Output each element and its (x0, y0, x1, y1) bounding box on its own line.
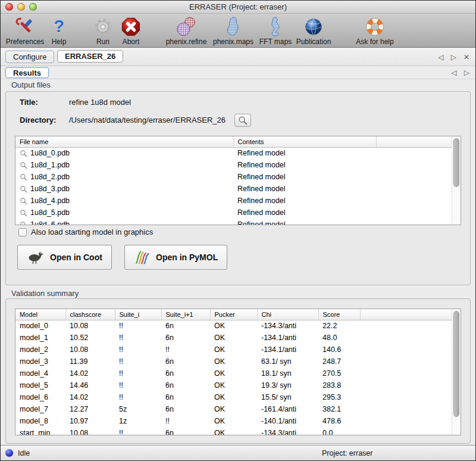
table-row[interactable]: model_010.08!!6nOK-134.3/anti22.2 (15, 320, 461, 332)
checkbox[interactable] (18, 228, 27, 236)
checkbox-label: Also load starting model in graphics (31, 228, 153, 236)
magnifier-icon (238, 116, 248, 125)
tab-configure[interactable]: Configure (5, 51, 54, 63)
arrow-right-icon[interactable]: ▷ (464, 69, 469, 76)
validation-table-scrollbar[interactable] (452, 309, 461, 435)
cell: 48.0 (318, 332, 360, 344)
cell: -134.1/anti (257, 332, 318, 344)
cell-empty (360, 332, 461, 344)
file-row[interactable]: 1u8d_5.pdbRefined model (15, 207, 461, 219)
cell: 10.08 (65, 320, 115, 332)
file-table-scrollbar[interactable] (452, 136, 461, 225)
table-row[interactable]: model_810.971z!!OK-140.1/anti478.6 (15, 415, 461, 427)
column-header-suite-i1[interactable]: Suite_i+1 (161, 309, 210, 320)
arrow-left-icon[interactable]: ◁ (438, 54, 443, 61)
file-row[interactable]: 1u8d_4.pdbRefined model (15, 195, 461, 207)
file-row[interactable]: 1u8d_1.pdbRefined model (15, 159, 461, 171)
cell: 63.1/ syn (257, 356, 318, 367)
file-contents: Refined model (233, 147, 376, 159)
open-in-pymol-button[interactable]: Open in PyMOL (124, 245, 227, 270)
browse-directory-button[interactable] (234, 114, 251, 127)
file-row[interactable]: 1u8d_0.pdbRefined model (15, 147, 461, 159)
cell: 382.1 (318, 403, 360, 415)
tab-bar-sub: Results ◁ ▷ (1, 67, 475, 79)
title-label: Title: (20, 98, 38, 107)
file-contents: Refined model (233, 159, 376, 171)
cell: 6n (161, 427, 210, 435)
coot-bird-icon (27, 250, 45, 264)
table-row[interactable]: model_712.275z6nOK-161.4/anti382.1 (15, 403, 461, 415)
validation-section-title: Validation summary (11, 289, 79, 298)
file-row[interactable]: 1u8d_6.pdbRefined model (15, 219, 461, 225)
cell-empty (360, 403, 461, 415)
toolbar-button-run[interactable]: Run (90, 15, 116, 46)
file-row[interactable]: 1u8d_3.pdbRefined model (15, 183, 461, 195)
project-label: Project: erraser (322, 449, 372, 457)
toolbar-button-ask-for-help[interactable]: Ask for help (355, 15, 394, 46)
cell: 6n (161, 367, 210, 379)
file-name-cell: 1u8d_3.pdb (15, 183, 233, 195)
arrow-right-icon[interactable]: ▷ (451, 54, 456, 61)
toolbar-button-abort[interactable]: Abort (117, 15, 145, 46)
tab-results[interactable]: Results (5, 67, 49, 78)
magnifier-icon (20, 185, 27, 193)
arrow-left-icon[interactable]: ◁ (452, 69, 457, 76)
column-header-model[interactable]: Model (15, 309, 65, 320)
cell: 6n (161, 356, 210, 367)
blue-mesh-icon (259, 15, 292, 38)
cell: model_2 (15, 344, 65, 356)
file-name: 1u8d_3.pdb (30, 185, 70, 193)
toolbar-button-fft-maps[interactable]: FFT maps (259, 15, 292, 46)
tab-erraser-26[interactable]: ERRASER_26 (57, 50, 123, 63)
column-header-file-name[interactable]: File name (15, 136, 233, 147)
lifebuoy-icon (355, 15, 394, 38)
load-starting-model-option[interactable]: Also load starting model in graphics (18, 228, 153, 236)
cell-empty (376, 159, 461, 171)
toolbar-button-help[interactable]: ? Help (47, 15, 71, 46)
file-contents: Refined model (233, 219, 376, 225)
cell: !! (115, 379, 161, 391)
close-icon[interactable]: ✕ (464, 54, 469, 61)
validation-table-scrollbar-thumb[interactable] (453, 311, 459, 417)
file-name: 1u8d_4.pdb (30, 197, 70, 205)
column-header-chi[interactable]: Chi (257, 309, 318, 320)
status-bar: Idle Project: erraser (1, 445, 475, 460)
magnifier-icon (20, 149, 27, 157)
file-table-scrollbar-thumb[interactable] (453, 138, 459, 187)
table-row[interactable]: model_311.39!!6nOK63.1/ syn248.7 (15, 356, 461, 367)
cell: OK (210, 379, 257, 391)
cell: -134.1/anti (257, 344, 318, 356)
table-row[interactable]: model_210.08!!!!OK-134.1/anti140.6 (15, 344, 461, 356)
cell: OK (210, 415, 257, 427)
column-header-clashscore[interactable]: clashscore (65, 309, 115, 320)
cell: 140.6 (318, 344, 360, 356)
toolbar-button-phenix-refine[interactable]: phenix.refine (164, 15, 209, 46)
file-name-cell: 1u8d_5.pdb (15, 207, 233, 219)
cell: 15.5/ syn (257, 391, 318, 403)
toolbar-label: phenix.maps (210, 38, 256, 46)
table-row[interactable]: model_514.46!!6nOK19.3/ syn283.8 (15, 379, 461, 391)
cell: -134.3/anti (257, 320, 318, 332)
toolbar-label: FFT maps (259, 38, 292, 46)
cell: model_3 (15, 356, 65, 367)
toolbar-label: Publication (293, 38, 334, 46)
column-header-pucker[interactable]: Pucker (210, 309, 257, 320)
cell: 6n (161, 391, 210, 403)
toolbar: Preferences ? Help Run (1, 14, 475, 48)
table-row[interactable]: model_614.02!!6nOK15.5/ syn295.3 (15, 391, 461, 403)
cell: OK (210, 427, 257, 435)
toolbar-button-phenix-maps[interactable]: phenix.maps (210, 15, 256, 46)
table-row[interactable]: start_min10.08!!6nOK-134.3/anti0.0 (15, 427, 461, 435)
toolbar-button-preferences[interactable]: Preferences (4, 15, 46, 46)
file-row[interactable]: 1u8d_2.pdbRefined model (15, 171, 461, 183)
column-header-contents[interactable]: Contents (233, 136, 376, 147)
open-in-coot-button[interactable]: Open in Coot (17, 245, 112, 270)
status-text: Idle (18, 449, 30, 457)
cell: -140.1/anti (257, 415, 318, 427)
cell: !! (115, 367, 161, 379)
table-row[interactable]: model_414.02!!6nOK18.1/ syn270.5 (15, 367, 461, 379)
toolbar-button-publication[interactable]: Publication (293, 15, 334, 46)
column-header-suite-i[interactable]: Suite_i (115, 309, 161, 320)
table-row[interactable]: model_110.52!!6nOK-134.1/anti48.0 (15, 332, 461, 344)
column-header-score[interactable]: Score (318, 309, 360, 320)
